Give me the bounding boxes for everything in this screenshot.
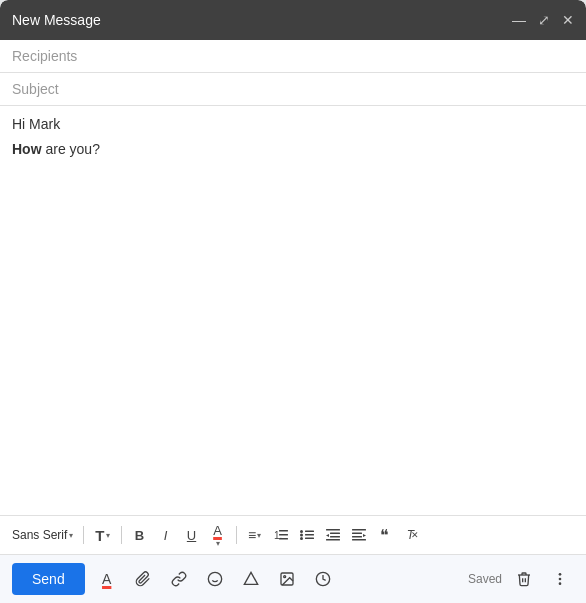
bottom-bar: Send A (0, 554, 586, 603)
svg-point-28 (559, 578, 562, 581)
close-button[interactable]: ✕ (562, 12, 574, 28)
format-text-button[interactable]: A (93, 565, 121, 593)
subject-row (0, 73, 586, 106)
svg-rect-2 (279, 534, 288, 536)
subject-input[interactable] (12, 81, 574, 97)
google-drive-button[interactable] (237, 565, 265, 593)
svg-rect-13 (326, 539, 340, 541)
attach-file-button[interactable] (129, 565, 157, 593)
bulleted-list-button[interactable] (295, 522, 319, 548)
align-button[interactable]: ≡ ▾ (243, 522, 267, 548)
emoji-button[interactable] (201, 565, 229, 593)
send-button[interactable]: Send (12, 563, 85, 595)
more-vertical-button[interactable] (546, 565, 574, 593)
svg-marker-14 (326, 534, 329, 537)
svg-rect-3 (279, 538, 288, 540)
svg-rect-11 (330, 533, 340, 535)
svg-rect-16 (352, 533, 362, 535)
insert-photo-button[interactable] (273, 565, 301, 593)
svg-point-29 (559, 582, 562, 585)
title-controls: — ⤢ ✕ (512, 12, 574, 28)
italic-button[interactable]: I (154, 522, 178, 548)
formatting-toolbar: Sans Serif ▾ T ▾ B I U A ▾ (0, 515, 586, 554)
toolbar-separator-1 (83, 526, 84, 544)
svg-marker-23 (244, 572, 257, 584)
bold-button[interactable]: B (128, 522, 152, 548)
title-bar: New Message — ⤢ ✕ (0, 0, 586, 40)
body-bold-word: How (12, 141, 42, 157)
body-line-1: Hi Mark (12, 114, 574, 135)
window-title: New Message (12, 12, 101, 28)
insert-link-button[interactable] (165, 565, 193, 593)
minimize-button[interactable]: — (512, 12, 526, 28)
font-size-button[interactable]: T ▾ (90, 522, 114, 548)
svg-rect-15 (352, 529, 366, 531)
recipients-row (0, 40, 586, 73)
more-options-button[interactable] (309, 565, 337, 593)
underline-button[interactable]: U (180, 522, 204, 548)
svg-rect-18 (352, 539, 366, 541)
clear-format-button[interactable]: T✕ (399, 522, 423, 548)
svg-rect-5 (305, 531, 314, 533)
toolbar-separator-3 (236, 526, 237, 544)
svg-rect-7 (305, 534, 314, 536)
svg-rect-10 (326, 529, 340, 531)
delete-button[interactable] (510, 565, 538, 593)
recipients-input[interactable] (12, 48, 574, 64)
svg-rect-1 (279, 530, 288, 532)
svg-marker-19 (363, 534, 366, 537)
svg-point-6 (300, 534, 303, 537)
compose-body[interactable]: Hi Mark How are you? (0, 106, 586, 515)
indent-less-button[interactable] (321, 522, 345, 548)
expand-button[interactable]: ⤢ (538, 12, 550, 28)
indent-more-button[interactable] (347, 522, 371, 548)
svg-rect-12 (330, 536, 340, 538)
blockquote-button[interactable]: ❝ (373, 522, 397, 548)
body-line-2: How are you? (12, 139, 574, 160)
svg-rect-9 (305, 538, 314, 540)
svg-point-27 (559, 573, 562, 576)
svg-point-20 (208, 572, 221, 585)
svg-rect-17 (352, 536, 362, 538)
numbered-list-button[interactable]: 1. (269, 522, 293, 548)
text-color-button[interactable]: A ▾ (206, 522, 230, 548)
font-family-selector[interactable]: Sans Serif ▾ (8, 524, 77, 546)
body-rest: are you? (42, 141, 100, 157)
saved-status: Saved (468, 572, 502, 586)
svg-point-8 (300, 537, 303, 540)
svg-point-25 (283, 576, 285, 578)
font-family-arrow: ▾ (69, 531, 73, 540)
compose-window: New Message — ⤢ ✕ Hi Mark How are you? S… (0, 0, 586, 603)
svg-point-4 (300, 530, 303, 533)
toolbar-separator-2 (121, 526, 122, 544)
bottom-left-actions: Send A (12, 563, 337, 595)
bottom-right-actions: Saved (468, 565, 574, 593)
